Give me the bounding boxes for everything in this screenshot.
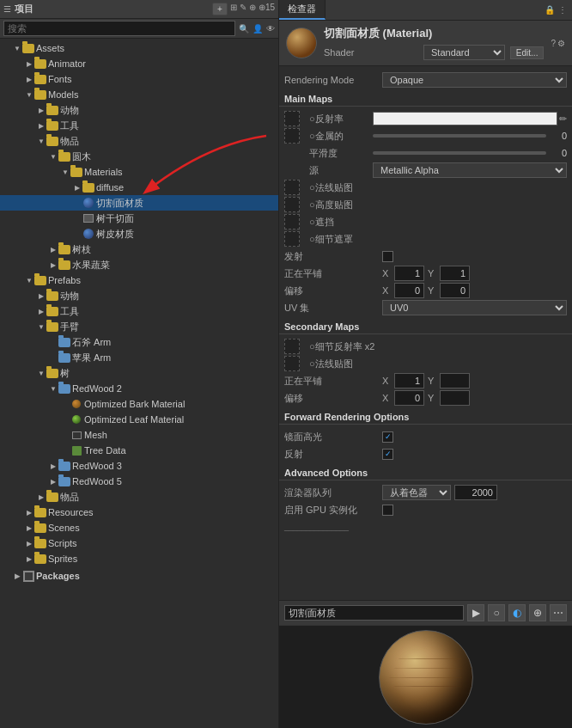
sphere-btn[interactable]: ○ [488,604,505,621]
metallic-track[interactable] [373,134,546,138]
tree-item-arms[interactable]: 手臂 [0,319,278,334]
arrow-redwood3 [48,461,58,471]
tree-item-leaf-material[interactable]: Optimized Leaf Material [0,412,278,427]
height-row: ○高度贴图 [284,196,567,213]
reflection-checkbox[interactable] [382,449,393,460]
tree-item-animals[interactable]: 动物 [0,102,278,118]
tree-item-tools[interactable]: 工具 [0,118,278,133]
material-info: 切割面材质 (Material) Shader Standard Edit... [324,26,544,60]
folder-icon-animator [34,58,46,70]
offset-y-input[interactable] [440,283,470,298]
occlusion-texture[interactable] [284,214,300,229]
tree-item-bark-mat[interactable]: 树皮材质 [0,226,278,242]
emission-checkbox[interactable] [382,251,393,262]
arrow-scripts [24,538,34,548]
render-queue-number[interactable] [454,485,497,500]
albedo-color-field[interactable] [373,112,557,125]
tree-item-branches[interactable]: 树枝 [0,242,278,257]
detail-texture[interactable] [284,231,300,247]
tree-item-apple-arm[interactable]: 苹果 Arm [0,350,278,365]
material-name-field[interactable] [284,605,464,621]
tree-item-fonts[interactable]: Fonts [0,71,278,87]
inspector-lock-icon[interactable]: 🔒 [545,5,555,15]
tree-item-mesh[interactable]: Mesh [0,427,278,443]
tree-item-redwood5[interactable]: RedWood 5 [0,474,278,489]
height-texture[interactable] [284,197,300,212]
tree-item-goods[interactable]: 物品 [0,489,278,505]
sec-tiling-xy: X Y [382,373,567,388]
eye-icon[interactable]: ✎ [240,3,246,15]
tree-item-prefabs[interactable]: Prefabs [0,272,278,288]
uv-select[interactable]: UV0 [382,300,567,315]
tree-item-diffuse[interactable]: diffuse [0,180,278,195]
offset-x-input[interactable] [394,283,424,298]
tree-item-trunk[interactable]: 树干切面 [0,211,278,226]
tiling-label: 正在平铺 [284,267,379,280]
tree-item-pref-animals[interactable]: 动物 [0,288,278,303]
tree-item-redwood3[interactable]: RedWood 3 [0,458,278,474]
sec-detail-texture[interactable] [284,339,300,354]
tab-inspector[interactable]: 检查器 [279,0,326,20]
source-select[interactable]: Metallic Alpha [373,162,567,178]
tiling-y-input[interactable] [440,266,470,281]
tree-item-sprites[interactable]: Sprites [0,551,278,566]
lock-icon[interactable]: ⊞ [230,3,237,15]
label-trunk: 树干切面 [96,212,134,225]
tree-item-bark-material[interactable]: Optimized Bark Material [0,396,278,412]
tree-item-packages[interactable]: Packages [0,568,278,584]
tree-item-models[interactable]: Models [0,87,278,102]
sec-normal-texture[interactable] [284,356,300,371]
tree-item-tree-folder[interactable]: 树 [0,365,278,381]
specular-label: 镜面高光 [284,431,379,444]
sec-offset-x-input[interactable] [394,390,424,406]
search-input[interactable] [3,21,235,36]
shader-select[interactable]: Standard [423,45,505,60]
sec-tiling-x-input[interactable] [394,373,424,388]
tree-item-scripts[interactable]: Scripts [0,535,278,551]
smoothness-track[interactable] [373,151,546,155]
play-btn[interactable]: ▶ [467,604,484,621]
inspector-more-icon[interactable]: ⋮ [558,5,567,15]
avatar-icon[interactable]: 👤 [253,24,263,34]
dots-btn[interactable]: ⋯ [550,604,567,621]
tree-item-yuanmu[interactable]: 圆木 [0,149,278,164]
gpu-checkbox[interactable] [382,505,393,516]
help-icon[interactable]: ? [551,39,556,48]
tree-item-assets[interactable]: Assets [0,40,278,56]
rendering-mode-select[interactable]: Opaque [382,72,567,88]
gear-icon[interactable]: ⚙ [557,39,565,48]
specular-checkbox[interactable] [382,431,393,443]
tree-item-cut-mat[interactable]: 切割面材质 [0,195,278,211]
tree-item-rock-arm[interactable]: 石斧 Arm [0,334,278,350]
tree-item-animator[interactable]: Animator [0,56,278,71]
edit-shader-button[interactable]: Edit... [510,46,545,59]
tree-item-vegetables[interactable]: 水果蔬菜 [0,257,278,272]
tree-item-items[interactable]: 物品 [0,133,278,149]
eye2-icon[interactable]: 👁 [266,24,275,34]
project-toolbar: ☰ 项目 + ⊞ ✎ ⊕ ⊕15 [0,0,278,19]
tree-item-tree-data[interactable]: Tree Data [0,443,278,458]
sec-offset-y-input[interactable] [440,390,470,406]
metallic-texture[interactable] [284,128,300,144]
settings-icon[interactable]: ⊕ [249,3,256,15]
tree-item-scenes[interactable]: Scenes [0,520,278,535]
folder-icon-scenes [34,522,46,534]
sec-tiling-label: 正在平铺 [284,375,379,388]
sec-tiling-y-input[interactable] [440,373,470,388]
offset-x-label: X [382,285,391,296]
more-btn[interactable]: ⊕ [529,604,546,621]
folder-icon-goods [46,491,58,503]
tree-item-materials[interactable]: Materials [0,164,278,180]
render-queue-select[interactable]: 从着色器 [382,485,451,500]
tree-item-redwood2[interactable]: RedWood 2 [0,381,278,396]
tiling-x-input[interactable] [394,266,424,281]
albedo-texture[interactable] [284,111,300,126]
folder-icon-materials [70,166,82,178]
eyedropper-icon[interactable]: ✏ [559,113,567,125]
arrow-animator [24,58,34,69]
tree-item-pref-tools[interactable]: 工具 [0,303,278,319]
tree-item-resources[interactable]: Resources [0,505,278,520]
shader-btn[interactable]: ◐ [508,604,526,621]
add-button[interactable]: + [212,3,228,15]
normal-texture[interactable] [284,180,300,195]
